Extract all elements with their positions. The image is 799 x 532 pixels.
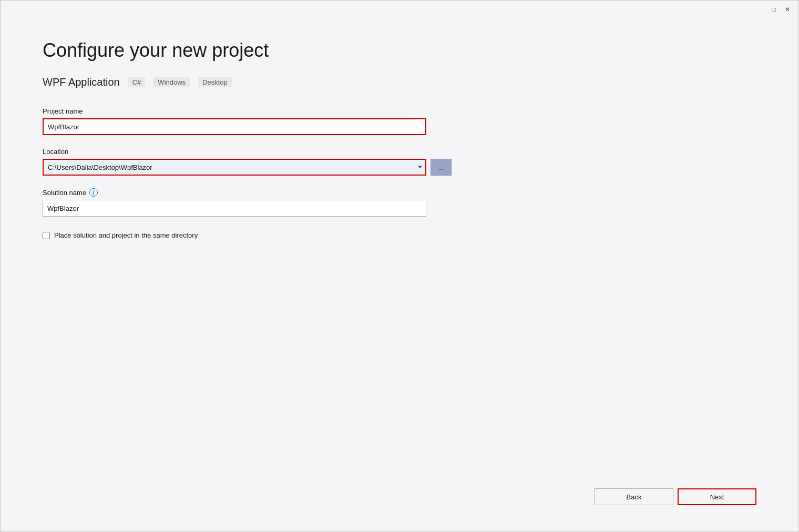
badge-csharp: C#: [128, 77, 146, 87]
solution-name-section: Solution name i: [43, 188, 756, 217]
spacer: [43, 239, 756, 480]
location-select[interactable]: C:\Users\Dalia\Desktop\WpfBlazor: [43, 159, 426, 176]
project-name-label: Project name: [43, 107, 756, 115]
location-label: Location: [43, 148, 756, 156]
page-title: Configure your new project: [43, 39, 756, 62]
back-button[interactable]: Back: [595, 488, 673, 505]
same-directory-checkbox[interactable]: [43, 232, 50, 239]
same-directory-label: Place solution and project in the same d…: [54, 231, 198, 239]
title-bar: □ ✕: [1, 1, 798, 18]
solution-name-label: Solution name i: [43, 188, 756, 197]
content-area: Configure your new project WPF Applicati…: [1, 18, 798, 531]
footer-buttons: Back Next: [43, 480, 756, 516]
dialog-window: □ ✕ Configure your new project WPF Appli…: [0, 0, 799, 532]
location-section: Location C:\Users\Dalia\Desktop\WpfBlazo…: [43, 148, 756, 176]
project-type-name: WPF Application: [43, 76, 120, 88]
solution-name-input[interactable]: [43, 200, 426, 217]
next-button[interactable]: Next: [678, 488, 756, 505]
restore-button[interactable]: □: [769, 5, 778, 14]
project-name-input[interactable]: [43, 118, 426, 135]
badge-windows: Windows: [153, 77, 190, 87]
project-name-section: Project name: [43, 107, 756, 135]
close-button[interactable]: ✕: [783, 5, 792, 14]
browse-button[interactable]: ...: [431, 159, 452, 176]
location-select-wrapper: C:\Users\Dalia\Desktop\WpfBlazor: [43, 159, 426, 176]
same-directory-row: Place solution and project in the same d…: [43, 231, 756, 239]
solution-name-info-icon[interactable]: i: [89, 188, 98, 197]
project-type-bar: WPF Application C# Windows Desktop: [43, 76, 756, 88]
badge-desktop: Desktop: [198, 77, 232, 87]
location-row: C:\Users\Dalia\Desktop\WpfBlazor ...: [43, 159, 756, 176]
